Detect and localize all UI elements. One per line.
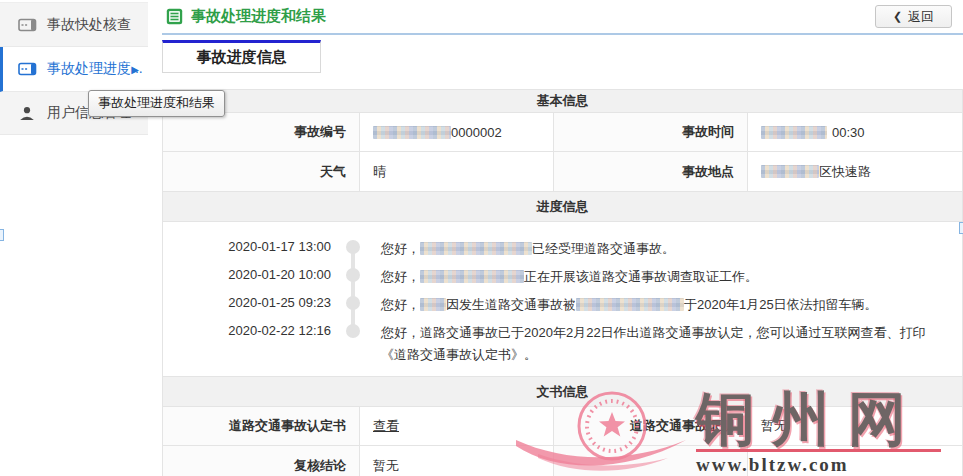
app-window: 事故快处核查 事故处理进度... ▶ 用户信息管理 事故处理进度和结果 事故处理…	[0, 0, 963, 476]
progress-time: 2020-01-17 13:00	[163, 238, 331, 256]
plate-icon	[17, 18, 37, 32]
section-header-document-info: 文书信息	[163, 377, 962, 407]
section-header-progress-info: 进度信息	[163, 192, 962, 222]
sidebar-item-progress[interactable]: 事故处理进度... ▶	[0, 47, 148, 92]
progress-time: 2020-02-22 12:16	[163, 322, 331, 340]
progress-message: 您好，道路交通事故已于2020年2月22日作出道路交通事故认定，您可以通过互联网…	[381, 322, 949, 366]
proof-value: 暂无	[748, 407, 962, 445]
progress-time: 2020-01-20 10:00	[163, 266, 331, 284]
table-row: 复核结论 暂无	[163, 446, 962, 476]
empty-label-cell	[554, 446, 748, 476]
progress-message: 您好，已经受理道路交通事故。	[381, 238, 949, 260]
redacted-text	[420, 298, 446, 311]
plate-icon	[17, 62, 37, 76]
detail-table: 基本信息 事故编号 0000002 事故时间 00:30 天气 晴 事故地点 区…	[162, 89, 963, 476]
location-value: 区快速路	[748, 152, 962, 191]
view-link[interactable]: 查看	[373, 417, 399, 435]
empty-value-cell	[748, 446, 962, 476]
chevron-left-icon: ❮	[893, 10, 902, 23]
redacted-text	[373, 126, 451, 139]
back-button[interactable]: ❮ 返回	[875, 5, 952, 28]
verdict-label: 道路交通事故认定书	[163, 407, 360, 445]
chevron-right-icon: ▶	[131, 64, 139, 75]
accident-time-value: 00:30	[748, 113, 962, 151]
progress-timeline: 2020-01-17 13:00 您好，已经受理道路交通事故。 2020-01-…	[163, 222, 962, 377]
table-row: 天气 晴 事故地点 区快速路	[163, 152, 962, 192]
section-header-basic-info: 基本信息	[163, 90, 962, 113]
proof-label: 道路交通事故证明	[554, 407, 748, 445]
sidebar-item-label: 事故快处核查	[47, 16, 131, 34]
page-title: 事故处理进度和结果	[166, 7, 326, 26]
timeline-dot	[346, 324, 360, 338]
menu-tooltip: 事故处理进度和结果	[88, 90, 225, 117]
progress-time: 2020-01-25 09:23	[163, 294, 331, 312]
timeline-dot	[346, 240, 360, 254]
table-row: 道路交通事故认定书 查看 道路交通事故证明 暂无	[163, 407, 962, 446]
tab-accident-progress[interactable]: 事故进度信息	[162, 40, 321, 73]
accident-time-label: 事故时间	[554, 113, 748, 151]
redacted-text	[761, 165, 819, 178]
list-icon	[166, 8, 183, 25]
redacted-text	[761, 126, 827, 139]
redacted-text	[420, 242, 532, 255]
table-row: 事故编号 0000002 事故时间 00:30	[163, 113, 962, 152]
timeline-dot	[346, 296, 360, 310]
verdict-cell: 查看	[360, 407, 554, 445]
redacted-text	[420, 270, 524, 283]
tab-label: 事故进度信息	[197, 48, 287, 67]
sidebar: 事故快处核查 事故处理进度... ▶ 用户信息管理 事故处理进度和结果	[0, 0, 148, 476]
accident-no-value: 0000002	[360, 113, 554, 151]
weather-label: 天气	[163, 152, 360, 191]
left-edge-mark	[0, 229, 4, 241]
timeline-dot	[346, 268, 360, 282]
page-title-text: 事故处理进度和结果	[191, 7, 326, 26]
user-icon	[17, 106, 37, 121]
review-label: 复核结论	[163, 446, 360, 476]
progress-message: 您好，因发生道路交通事故被于2020年1月25日依法扣留车辆。	[381, 294, 949, 316]
accident-no-label: 事故编号	[163, 113, 360, 151]
progress-message: 您好，正在开展该道路交通事故调查取证工作。	[381, 266, 949, 288]
redacted-text	[576, 298, 684, 311]
right-edge-mark	[959, 222, 963, 234]
sidebar-item-quick-check[interactable]: 事故快处核查	[0, 2, 148, 47]
location-label: 事故地点	[554, 152, 748, 191]
sidebar-item-label: 事故处理进度...	[47, 60, 143, 78]
header-divider	[162, 33, 963, 35]
weather-value: 晴	[360, 152, 554, 191]
back-button-label: 返回	[908, 8, 934, 26]
timeline-line	[351, 247, 355, 333]
review-value: 暂无	[360, 446, 554, 476]
